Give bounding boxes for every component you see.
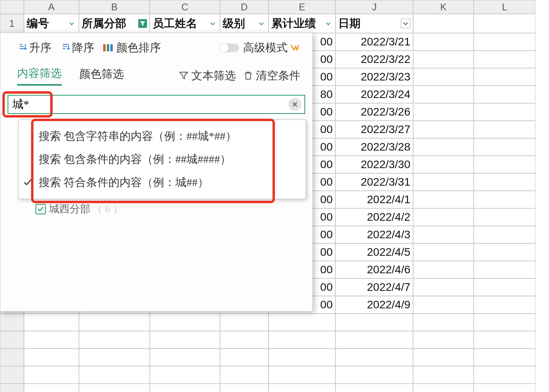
- cell[interactable]: [474, 226, 535, 243]
- row-number[interactable]: [0, 331, 24, 349]
- cell[interactable]: [474, 156, 535, 173]
- col-header-A[interactable]: A: [24, 0, 79, 14]
- cell[interactable]: [474, 173, 535, 191]
- cell[interactable]: [474, 349, 535, 366]
- cell[interactable]: [413, 243, 474, 261]
- filter-active-icon[interactable]: [138, 19, 147, 28]
- col-header-D[interactable]: D: [220, 0, 269, 14]
- cell[interactable]: [269, 314, 335, 331]
- col-header-E[interactable]: E: [269, 0, 335, 14]
- header-cell-A[interactable]: 编号: [24, 14, 79, 33]
- cell-J[interactable]: 2022/3/28: [335, 138, 413, 156]
- cell[interactable]: [413, 278, 474, 296]
- cell-J[interactable]: 2022/3/24: [335, 86, 413, 103]
- cell[interactable]: [474, 278, 535, 296]
- cell-J[interactable]: 2022/4/3: [335, 226, 413, 243]
- cell[interactable]: [474, 296, 535, 314]
- filter-option-item[interactable]: 城西分部 （ 6 ）: [35, 202, 123, 216]
- row-number[interactable]: [0, 349, 24, 366]
- row-number[interactable]: [0, 384, 24, 392]
- advanced-mode-toggle[interactable]: 高级模式: [220, 40, 300, 55]
- cell[interactable]: [150, 366, 220, 384]
- clear-conditions-button[interactable]: 清空条件: [243, 68, 300, 83]
- cell[interactable]: [413, 121, 474, 138]
- row-number[interactable]: [0, 366, 24, 384]
- cell-J[interactable]: 2022/4/9: [335, 296, 413, 314]
- cell[interactable]: [413, 51, 474, 68]
- sort-asc-button[interactable]: 升序: [17, 40, 51, 55]
- cell[interactable]: [413, 156, 474, 173]
- cell-J[interactable]: 2022/3/26: [335, 103, 413, 121]
- cell[interactable]: [474, 68, 535, 86]
- cell[interactable]: [474, 243, 535, 261]
- cell[interactable]: [413, 68, 474, 86]
- cell[interactable]: [413, 173, 474, 191]
- cell[interactable]: [269, 366, 335, 384]
- empty-header-L[interactable]: [474, 14, 535, 33]
- text-filter-button[interactable]: A 文本筛选: [178, 68, 236, 83]
- cell[interactable]: [474, 33, 535, 51]
- cell-J[interactable]: 2022/4/6: [335, 261, 413, 278]
- row-number[interactable]: [0, 314, 24, 331]
- cell-J[interactable]: 2022/3/23: [335, 68, 413, 86]
- cell[interactable]: [413, 226, 474, 243]
- header-cell-J[interactable]: 日期: [335, 14, 413, 33]
- cell[interactable]: [474, 86, 535, 103]
- cell[interactable]: [474, 191, 535, 208]
- header-cell-C[interactable]: 员工姓名: [150, 14, 220, 33]
- row-number-1[interactable]: 1: [0, 14, 24, 33]
- cell[interactable]: [220, 349, 269, 366]
- cell[interactable]: [79, 366, 150, 384]
- cell[interactable]: [413, 384, 474, 392]
- cell-J[interactable]: 2022/4/7: [335, 278, 413, 296]
- cell[interactable]: [269, 349, 335, 366]
- suggestion-item-selected[interactable]: 搜索 符合条件的内容（例：城##）: [19, 171, 306, 194]
- tab-color-filter[interactable]: 颜色筛选: [79, 67, 124, 85]
- sort-desc-button[interactable]: 降序: [60, 40, 94, 55]
- cell[interactable]: [474, 103, 535, 121]
- filter-dropdown-icon[interactable]: [401, 19, 410, 28]
- cell[interactable]: [79, 331, 150, 349]
- cell[interactable]: [150, 349, 220, 366]
- cell[interactable]: [335, 314, 413, 331]
- cell[interactable]: [335, 384, 413, 392]
- filter-dropdown-icon[interactable]: [67, 19, 76, 28]
- cell[interactable]: [474, 384, 535, 392]
- cell-J[interactable]: 2022/3/22: [335, 51, 413, 68]
- cell-J[interactable]: 2022/4/1: [335, 191, 413, 208]
- cell[interactable]: [79, 384, 150, 392]
- cell[interactable]: [269, 384, 335, 392]
- cell[interactable]: [474, 208, 535, 226]
- cell[interactable]: [220, 384, 269, 392]
- cell[interactable]: [474, 366, 535, 384]
- cell[interactable]: [150, 331, 220, 349]
- cell[interactable]: [413, 261, 474, 278]
- header-cell-E[interactable]: 累计业绩: [269, 14, 335, 33]
- cell[interactable]: [474, 261, 535, 278]
- cell[interactable]: [79, 314, 150, 331]
- empty-header-K[interactable]: [413, 14, 474, 33]
- suggestion-item[interactable]: 搜索 包含条件的内容（例：##城####）: [19, 148, 306, 171]
- cell[interactable]: [474, 121, 535, 138]
- col-header-J[interactable]: J: [335, 0, 413, 14]
- cell-J[interactable]: 2022/3/30: [335, 156, 413, 173]
- cell[interactable]: [335, 349, 413, 366]
- clear-search-icon[interactable]: [288, 98, 301, 111]
- cell[interactable]: [335, 331, 413, 349]
- cell[interactable]: [24, 366, 79, 384]
- suggestion-item[interactable]: 搜索 包含字符串的内容（例：##城*##）: [19, 125, 306, 148]
- cell[interactable]: [413, 314, 474, 331]
- col-header-B[interactable]: B: [79, 0, 150, 14]
- filter-search-input[interactable]: [8, 95, 305, 114]
- cell[interactable]: [413, 103, 474, 121]
- cell[interactable]: [24, 331, 79, 349]
- cell[interactable]: [24, 349, 79, 366]
- cell-J[interactable]: 2022/4/2: [335, 208, 413, 226]
- cell-J[interactable]: 2022/3/31: [335, 173, 413, 191]
- cell[interactable]: [220, 314, 269, 331]
- cell-J[interactable]: 2022/3/27: [335, 121, 413, 138]
- cell[interactable]: [474, 331, 535, 349]
- cell[interactable]: [413, 138, 474, 156]
- cell[interactable]: [474, 138, 535, 156]
- cell[interactable]: [24, 384, 79, 392]
